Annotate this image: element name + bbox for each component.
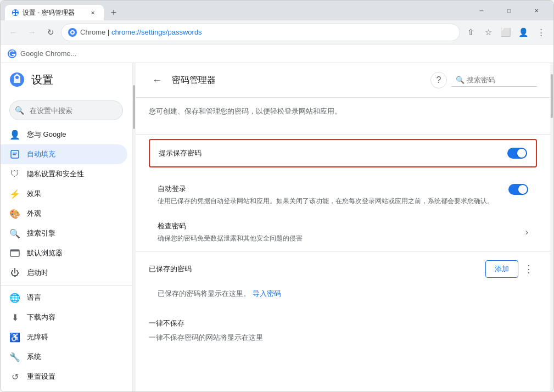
- check-password-row: 检查密码 确保您的密码免受数据泄露和其他安全问题的侵害 ›: [149, 214, 537, 251]
- palette-icon: 🎨: [9, 208, 20, 219]
- sidebar-item-accessibility[interactable]: ♿ 无障碍: [1, 327, 127, 347]
- check-password-label: 检查密码: [158, 221, 303, 231]
- sidebar-header: 设置: [1, 68, 132, 96]
- sidebar-item-download[interactable]: ⬇ 下载内容: [1, 307, 127, 327]
- auto-login-label: 自动登录: [158, 184, 494, 194]
- minimize-button[interactable]: ─: [469, 3, 494, 18]
- main-content: 设置 🔍 👤 您与 Google: [1, 63, 553, 391]
- sidebar-item-label: 效果: [27, 189, 41, 199]
- search-password-input[interactable]: [467, 76, 533, 84]
- address-chrome-part: Chrome: [80, 28, 105, 36]
- svg-point-6: [71, 31, 74, 33]
- content-header-actions: ? 🔍: [430, 72, 537, 88]
- saved-passwords-title: 已保存的密码: [149, 264, 192, 274]
- svg-rect-4: [16, 13, 18, 15]
- save-password-row: 提示保存密码: [149, 139, 537, 167]
- share-button[interactable]: ⇧: [462, 24, 479, 41]
- content-scrollbar[interactable]: [550, 63, 553, 391]
- system-icon: 🔧: [9, 351, 20, 362]
- profile-button[interactable]: 👤: [515, 24, 531, 41]
- menu-button[interactable]: ⋮: [533, 24, 549, 41]
- sidebar-item-appearance[interactable]: 🎨 外观: [1, 204, 127, 223]
- sidebar-item-label: 无障碍: [27, 332, 48, 342]
- page-description: 您可创建、保存和管理您的密码，以便轻松登录网站和应用。: [149, 107, 537, 116]
- save-password-toggle[interactable]: [507, 148, 527, 159]
- sidebar-item-startup[interactable]: ⏻ 启动时: [1, 263, 127, 283]
- address-url-part: chrome://settings/passwords: [111, 28, 202, 36]
- search-password-container: 🔍: [451, 74, 537, 87]
- sidebar-item-label: 重置设置: [27, 372, 55, 382]
- person-icon: 👤: [9, 129, 20, 140]
- svg-rect-3: [13, 13, 15, 15]
- sidebar-item-privacy[interactable]: 🛡 隐私设置和安全性: [1, 164, 127, 184]
- save-password-section: 提示保存密码: [136, 135, 550, 176]
- sidebar-item-label: 自动填充: [27, 149, 55, 159]
- shield-icon: 🛡: [9, 169, 20, 180]
- close-button[interactable]: ✕: [524, 3, 549, 18]
- autofill-icon: [9, 149, 20, 160]
- active-tab[interactable]: 设置 - 密码管理器 ✕: [5, 5, 104, 20]
- auto-login-toggle[interactable]: [508, 184, 528, 195]
- back-button[interactable]: ←: [5, 24, 21, 41]
- save-password-label: 提示保存密码: [159, 148, 202, 158]
- saved-passwords-actions: 添加 ⋮: [485, 260, 537, 278]
- svg-rect-12: [13, 154, 16, 155]
- add-password-button[interactable]: 添加: [485, 260, 518, 278]
- sidebar-item-reset[interactable]: ↺ 重置设置: [1, 367, 127, 387]
- check-password-text: 检查密码 确保您的密码免受数据泄露和其他安全问题的侵害: [158, 221, 303, 243]
- content-scroll-thumb[interactable]: [551, 74, 553, 118]
- sidebar-item-language[interactable]: 🌐 语言: [1, 288, 127, 307]
- sidebar-divider: [1, 285, 132, 285]
- new-tab-button[interactable]: +: [106, 5, 121, 20]
- saved-passwords-empty: 已保存的密码将显示在这里。 导入密码: [149, 282, 537, 305]
- tab-favicon: [12, 9, 19, 16]
- address-bar[interactable]: Chrome | chrome://settings/passwords: [61, 24, 460, 41]
- language-icon: 🌐: [9, 292, 20, 303]
- settings-search-input[interactable]: [9, 100, 123, 120]
- address-separator: |: [108, 28, 111, 36]
- sidebar-item-search[interactable]: 🔍 搜索引擎: [1, 223, 127, 243]
- content-header: ← 密码管理器 ? 🔍: [136, 63, 550, 98]
- svg-point-0: [12, 9, 19, 16]
- sidebar-item-effects[interactable]: ⚡ 效果: [1, 184, 127, 204]
- saved-passwords-empty-text: 已保存的密码将显示在这里。: [158, 289, 250, 298]
- sidebar-item-autofill[interactable]: 自动填充: [1, 144, 127, 164]
- refresh-button[interactable]: ↻: [42, 24, 59, 41]
- check-password-section: 检查密码 确保您的密码免受数据泄露和其他安全问题的侵害 ›: [136, 214, 550, 251]
- sidebar-item-default-browser[interactable]: 默认浏览器: [1, 243, 127, 263]
- svg-rect-1: [13, 10, 15, 12]
- search-icon: 🔍: [15, 106, 24, 115]
- titlebar: 设置 - 密码管理器 ✕ + ─ □ ✕: [1, 1, 553, 20]
- split-view-button[interactable]: ⬜: [497, 24, 514, 41]
- description-section: 您可创建、保存和管理您的密码，以便轻松登录网站和应用。: [136, 98, 550, 135]
- address-text: Chrome | chrome://settings/passwords: [80, 28, 453, 36]
- download-icon: ⬇: [9, 312, 20, 323]
- saved-passwords-section: 已保存的密码 添加 ⋮ 已保存的密码将显示在这里。 导入密码: [136, 251, 550, 310]
- never-save-title: 一律不保存: [149, 318, 537, 328]
- import-password-link[interactable]: 导入密码: [253, 289, 281, 298]
- help-button[interactable]: ?: [430, 72, 447, 88]
- restore-button[interactable]: □: [496, 3, 522, 18]
- forward-button[interactable]: →: [24, 24, 40, 41]
- sidebar-item-label: 隐私设置和安全性: [27, 169, 84, 179]
- google-logo-icon: [7, 49, 17, 59]
- reset-icon: ↺: [9, 371, 20, 382]
- check-password-chevron-icon[interactable]: ›: [525, 227, 528, 237]
- check-password-desc: 确保您的密码免受数据泄露和其他安全问题的侵害: [158, 233, 303, 243]
- titlebar-tabs: 设置 - 密码管理器 ✕ +: [5, 1, 469, 20]
- sidebar-scroll-thumb[interactable]: [133, 85, 135, 129]
- browser-icon: [9, 248, 20, 259]
- content-header-title: 密码管理器: [172, 75, 424, 86]
- sidebar-item-label: 外观: [27, 209, 41, 219]
- sidebar-item-google[interactable]: 👤 您与 Google: [1, 125, 127, 144]
- browser-toolbar: ← → ↻ Chrome | chrome://settings/passwor…: [1, 20, 553, 44]
- saved-passwords-more-button[interactable]: ⋮: [521, 261, 537, 277]
- settings-search-container: 🔍: [1, 96, 132, 125]
- sidebar-item-system[interactable]: 🔧 系统: [1, 347, 127, 367]
- sidebar-item-label: 下载内容: [27, 312, 55, 322]
- content-back-button[interactable]: ←: [149, 72, 165, 88]
- never-save-section: 一律不保存 一律不保存密码的网站将显示在这里: [136, 310, 550, 351]
- svg-point-9: [15, 76, 19, 79]
- bookmark-button[interactable]: ☆: [480, 24, 496, 41]
- tab-close-button[interactable]: ✕: [88, 8, 97, 17]
